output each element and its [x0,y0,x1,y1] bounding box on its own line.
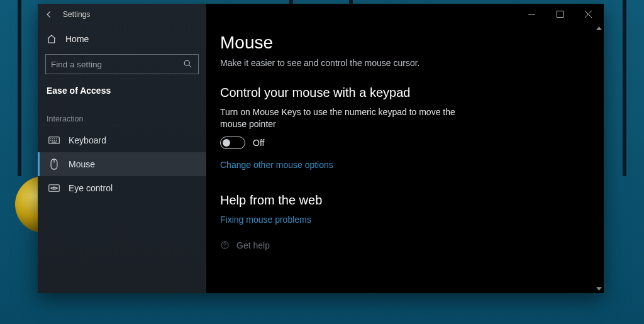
scroll-down-arrow-icon[interactable] [594,284,604,293]
sidebar-pane: Settings Home Ease of Access Interaction… [38,4,206,293]
scrollbar-vertical[interactable] [594,24,604,293]
sidebar-item-eye-control[interactable]: Eye control [38,176,206,200]
page-title: Mouse [220,33,587,53]
change-other-mouse-options-link[interactable]: Change other mouse options [220,160,333,170]
toggle-state-label: Off [253,138,264,148]
section-title-keypad: Control your mouse with a keypad [220,86,587,100]
help-icon [220,240,230,250]
fixing-mouse-problems-link[interactable]: Fixing mouse problems [220,215,311,225]
help-section: Help from the web Fixing mouse problems [220,193,587,225]
sidebar-item-label: Keyboard [69,135,106,145]
sidebar-item-mouse[interactable]: Mouse [38,152,206,176]
search-box[interactable] [45,54,199,74]
decor-stem-right [623,0,626,176]
scroll-up-arrow-icon[interactable] [594,24,604,33]
mouse-icon [48,159,60,169]
svg-rect-5 [557,11,564,17]
mouse-keys-toggle-row: Off [220,137,587,149]
sidebar-item-label: Mouse [69,159,95,169]
close-button[interactable] [574,4,602,23]
category-title: Ease of Access [38,81,206,99]
toggle-knob [223,139,230,147]
back-button[interactable] [44,9,54,20]
get-help-label: Get help [236,240,270,250]
decor-stem-left [18,0,21,176]
titlebar-right [206,4,604,24]
search-input[interactable] [51,60,183,69]
settings-window: Settings Home Ease of Access Interaction… [38,4,604,293]
svg-rect-1 [49,137,60,144]
minimize-button[interactable] [518,4,546,23]
sidebar-item-keyboard[interactable]: Keyboard [38,128,206,152]
maximize-button[interactable] [546,4,574,23]
content-scroll: Mouse Make it easier to see and control … [206,24,604,293]
home-label: Home [65,34,89,44]
titlebar-left: Settings [38,4,206,24]
sidebar-item-label: Eye control [69,183,113,193]
window-title: Settings [63,10,90,19]
search-icon [183,59,193,69]
page-subtitle: Make it easier to see and control the mo… [220,58,587,68]
svg-point-7 [225,247,225,248]
get-help-button[interactable]: Get help [220,240,587,250]
home-icon [47,34,57,44]
eye-icon [48,183,60,193]
home-button[interactable]: Home [38,24,206,50]
group-label-interaction: Interaction [38,99,206,128]
content-pane: Mouse Make it easier to see and control … [206,4,604,293]
mouse-keys-toggle[interactable] [220,137,245,149]
section-desc-keypad: Turn on Mouse Keys to use the numeric ke… [220,106,459,130]
keyboard-icon [48,135,60,145]
svg-point-4 [53,187,55,189]
svg-point-0 [184,60,189,65]
help-title: Help from the web [220,193,587,208]
